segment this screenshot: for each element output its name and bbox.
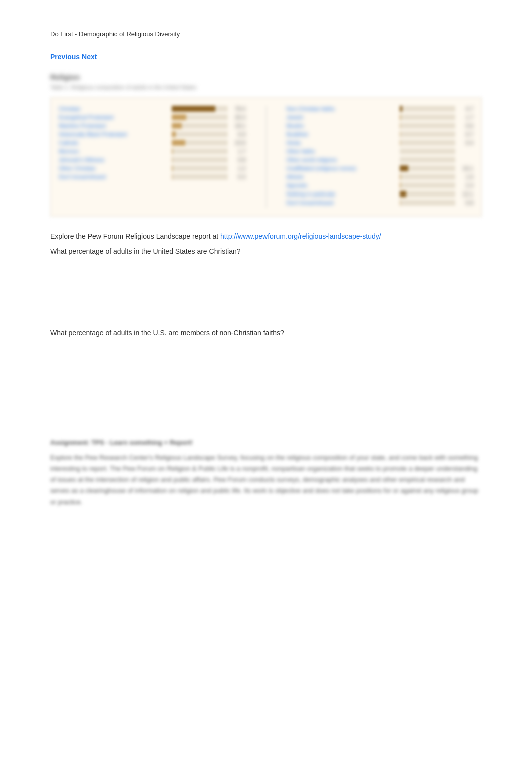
chart-row: Muslim 0.6 — [287, 123, 474, 129]
chart-row: Jehovah's Witness 0.8 — [59, 157, 246, 163]
chart-container: Christian 78.4 Evangelical Protestant 26… — [50, 97, 482, 217]
chart-row: Nothing in particular 12.1 — [287, 191, 474, 197]
chart-row: Christian 78.4 — [59, 106, 246, 112]
chart-row: Unaffiliated (religious nones) 16.1 — [287, 165, 474, 171]
chart-row: Atheist 1.6 — [287, 174, 474, 180]
chart-row: Catholic 23.9 — [59, 140, 246, 146]
next-link[interactable]: Next — [82, 53, 97, 61]
explore-text: Explore the Pew Forum Religious Landscap… — [50, 231, 482, 242]
page-title: Do First - Demographic of Religious Dive… — [50, 30, 482, 38]
chart-row: Agnostic 2.4 — [287, 182, 474, 188]
chart-row: Other world religions — [287, 157, 474, 163]
question2: What percentage of adults in the U.S. ar… — [50, 327, 482, 338]
previous-link[interactable]: Previous — [50, 53, 80, 61]
chart-row: Jewish 1.7 — [287, 114, 474, 120]
bottom-paragraph: Explore the Pew Research Center's Religi… — [50, 452, 482, 507]
chart-section: Religion Table 1. Religious composition … — [50, 73, 482, 217]
chart-row: Historically Black Protestant 6.9 — [59, 131, 246, 137]
bottom-title: Assignment: TPS - Learn something + Repo… — [50, 439, 482, 446]
chart-row: Evangelical Protestant 26.3 — [59, 114, 246, 120]
chart-row: Other Christian 1.2 — [59, 165, 246, 171]
nav-links: Previous Next — [50, 53, 482, 61]
bottom-section: Assignment: TPS - Learn something + Repo… — [50, 439, 482, 507]
chart-subtitle: Table 1. Religious composition of adults… — [50, 84, 482, 90]
chart-row: Don't know/refused 0.8 — [287, 200, 474, 206]
chart-row: Hindu 0.4 — [287, 140, 474, 146]
chart-divider — [266, 106, 267, 208]
chart-row: Buddhist 0.7 — [287, 131, 474, 137]
chart-row: Non-Christian faiths 4.7 — [287, 106, 474, 112]
chart-title: Religion — [50, 73, 482, 81]
chart-row: Don't know/refused 0.3 — [59, 174, 246, 180]
explore-label: Explore the Pew Forum Religious Landscap… — [50, 232, 220, 240]
chart-row: Mainline Protestant 18.1 — [59, 123, 246, 129]
chart-right-column: Non-Christian faiths 4.7 Jewish 1.7 Musl… — [287, 106, 474, 208]
chart-row: Other faiths — [287, 148, 474, 154]
question1: What percentage of adults in the United … — [50, 246, 482, 257]
explore-link[interactable]: http://www.pewforum.org/religious-landsc… — [220, 232, 381, 240]
chart-row: Mormon 1.7 — [59, 148, 246, 154]
chart-left-column: Christian 78.4 Evangelical Protestant 26… — [59, 106, 246, 208]
